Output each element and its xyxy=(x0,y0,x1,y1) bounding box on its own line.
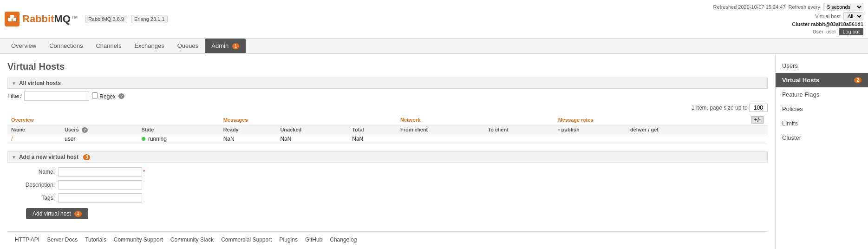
rabbitmq-version-badge: RabbitMQ 3.8.9 xyxy=(85,15,127,23)
form-description-input[interactable] xyxy=(59,180,142,190)
nav-exchanges[interactable]: Exchanges xyxy=(128,39,170,53)
nav-overview[interactable]: Overview xyxy=(5,39,43,53)
add-collapse-arrow: ▼ xyxy=(12,155,16,160)
regex-label: Regex xyxy=(92,92,116,100)
all-vhosts-section: ▼ All virtual hosts Filter: Regex ? 1 it… xyxy=(7,78,768,144)
refresh-label: Refresh every xyxy=(789,4,820,10)
cluster-label: Cluster xyxy=(792,21,809,27)
footer-community-support[interactable]: Community Support xyxy=(114,236,163,243)
filter-help-icon[interactable]: ? xyxy=(118,93,124,99)
form-description-row: Description: xyxy=(17,180,768,190)
vhost-publish xyxy=(555,134,627,144)
form-tags-label: Tags: xyxy=(17,195,59,201)
col-ready: Ready xyxy=(220,125,277,134)
col-deliver-get: deliver / get xyxy=(627,125,716,134)
footer-http-api[interactable]: HTTP API xyxy=(15,236,39,243)
vhost-name-link[interactable]: / xyxy=(11,136,13,142)
group-overview: Overview xyxy=(7,115,220,125)
form-tags-input[interactable] xyxy=(59,193,142,203)
vhost-deliver-get xyxy=(627,134,716,144)
svg-rect-2 xyxy=(10,15,14,19)
sidebar-item-users[interactable]: Users xyxy=(776,59,868,73)
refresh-row: Refreshed 2020-10-07 15:24:47 Refresh ev… xyxy=(713,3,863,11)
form-description-label: Description: xyxy=(17,182,59,188)
footer-server-docs[interactable]: Server Docs xyxy=(47,236,78,243)
sidebar-item-policies[interactable]: Policies xyxy=(776,102,868,116)
vhost-row: Virtual host All / xyxy=(815,12,863,20)
add-vhost-form: Name: * Description: Tags: Add virtual h… xyxy=(7,163,768,224)
form-tags-row: Tags: xyxy=(17,193,768,203)
sidebar-item-feature-flags[interactable]: Feature Flags xyxy=(776,87,868,102)
sidebar-item-virtual-hosts[interactable]: Virtual Hosts 2 xyxy=(776,73,868,87)
logo: RabbitMQTM xyxy=(5,12,78,26)
group-message-rates: Message rates xyxy=(555,115,716,125)
sidebar-vhosts-badge: 2 xyxy=(854,77,861,83)
form-name-input[interactable] xyxy=(59,167,142,177)
page-title: Virtual Hosts xyxy=(7,61,768,72)
group-messages: Messages xyxy=(220,115,397,125)
logo-orange: Rabbit xyxy=(22,13,54,25)
sidebar-item-cluster[interactable]: Cluster xyxy=(776,131,868,145)
all-vhosts-header[interactable]: ▼ All virtual hosts xyxy=(7,78,768,89)
add-vhost-section: ▼ Add a new virtual host 3 Name: * Descr… xyxy=(7,151,768,224)
rabbitmq-logo-icon xyxy=(5,12,20,26)
vhost-from-client xyxy=(397,134,484,144)
col-total: Total xyxy=(348,125,397,134)
col-state: State xyxy=(138,125,220,134)
logout-button[interactable]: Log out xyxy=(839,28,863,35)
sidebar-item-limits[interactable]: Limits xyxy=(776,116,868,131)
vhost-state: running xyxy=(138,134,220,144)
pagination-info: 1 item, page size up to xyxy=(7,104,768,112)
users-help-icon[interactable]: ? xyxy=(82,127,88,133)
add-virtual-host-button[interactable]: Add virtual host 4 xyxy=(26,208,88,219)
refresh-select[interactable]: 5 seconds 10 seconds 30 seconds 60 secon… xyxy=(823,3,863,11)
version-badges: RabbitMQ 3.8.9 Erlang 23.1.1 xyxy=(85,15,168,23)
nav-admin[interactable]: Admin 1 xyxy=(205,39,246,53)
regex-checkbox[interactable] xyxy=(92,92,98,98)
collapse-arrow: ▼ xyxy=(12,81,16,86)
content-area: Virtual Hosts ▼ All virtual hosts Filter… xyxy=(0,54,775,249)
user-label: User xyxy=(813,29,823,34)
refreshed-text: Refreshed 2020-10-07 15:24:47 xyxy=(713,4,786,10)
filter-label: Filter: xyxy=(7,93,21,99)
filter-row: Filter: Regex ? xyxy=(7,89,768,104)
logo-tm: TM xyxy=(72,15,78,20)
vhost-unacked: NaN xyxy=(276,134,348,144)
submit-badge: 4 xyxy=(74,211,82,217)
plus-minus-btn[interactable]: +/- xyxy=(751,116,764,124)
footer: HTTP API Server Docs Tutorials Community… xyxy=(7,231,768,248)
col-publish: • publish xyxy=(555,125,627,134)
group-network: Network xyxy=(397,115,555,125)
footer-plugins[interactable]: Plugins xyxy=(280,236,298,243)
footer-github[interactable]: GitHub xyxy=(305,236,322,243)
vhost-total: NaN xyxy=(348,134,397,144)
logo-text: RabbitMQTM xyxy=(22,13,78,25)
footer-changelog[interactable]: Changelog xyxy=(330,236,357,243)
vhost-table: Overview Messages Network Message rates … xyxy=(7,115,768,144)
nav-queues[interactable]: Queues xyxy=(171,39,205,53)
vhost-users: user xyxy=(61,134,138,144)
col-users: Users ? xyxy=(61,125,138,134)
state-dot xyxy=(142,137,145,141)
form-name-row: Name: * xyxy=(17,167,768,177)
filter-input[interactable] xyxy=(24,92,89,101)
form-name-label: Name: xyxy=(17,169,59,175)
user-value: user xyxy=(826,29,836,34)
nav-channels[interactable]: Channels xyxy=(89,39,128,53)
cluster-value: rabbit@83af18a561d1 xyxy=(811,21,863,27)
all-vhosts-label: All virtual hosts xyxy=(19,80,61,86)
required-star: * xyxy=(143,169,145,175)
top-bar: RabbitMQTM RabbitMQ 3.8.9 Erlang 23.1.1 … xyxy=(0,0,868,39)
add-vhost-badge: 3 xyxy=(83,154,91,160)
add-vhost-header[interactable]: ▼ Add a new virtual host 3 xyxy=(7,151,768,163)
user-row: User user Log out xyxy=(813,28,863,35)
footer-tutorials[interactable]: Tutorials xyxy=(85,236,106,243)
nav-connections[interactable]: Connections xyxy=(43,39,89,53)
pagination-size-input[interactable] xyxy=(749,104,768,112)
footer-community-slack[interactable]: Community Slack xyxy=(170,236,214,243)
cluster-row: Cluster rabbit@83af18a561d1 xyxy=(792,21,863,27)
nav-admin-badge: 1 xyxy=(232,43,240,49)
footer-commercial-support[interactable]: Commercial Support xyxy=(221,236,272,243)
table-row: / user running NaN NaN NaN xyxy=(7,134,768,144)
vhost-select[interactable]: All / xyxy=(843,12,863,20)
